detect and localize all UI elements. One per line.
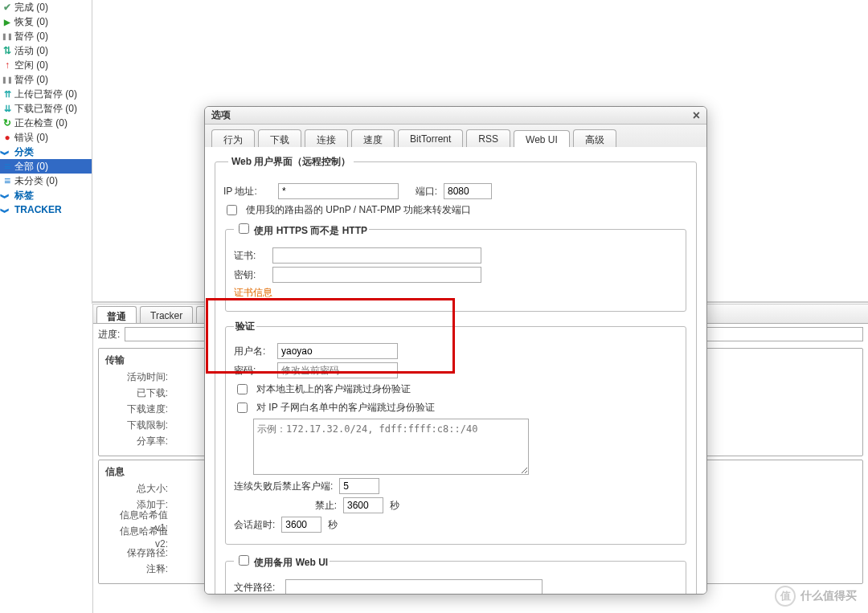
auth-legend: 验证: [234, 320, 256, 333]
skip-local-checkbox[interactable]: [237, 384, 248, 394]
https-checkbox[interactable]: [239, 223, 249, 234]
upnp-label: 使用我的路由器的 UPnP / NAT-PMP 功能来转发端口: [246, 203, 471, 217]
tracker-header[interactable]: ❱TRACKER: [0, 202, 92, 217]
pause-icon: [2, 31, 13, 42]
progress-label: 进度:: [98, 328, 120, 341]
dialog-title: 选项: [211, 108, 231, 122]
tab-general[interactable]: 普通: [96, 306, 137, 323]
cert-info-link[interactable]: 证书信息: [234, 286, 272, 300]
play-icon: [2, 16, 13, 27]
filter-idle[interactable]: 空闲 (0): [0, 58, 92, 72]
skip-subnet-checkbox[interactable]: [237, 403, 248, 413]
category-uncategorized[interactable]: 未分类 (0): [0, 174, 92, 188]
port-label: 端口:: [405, 185, 437, 198]
check-icon: [2, 2, 13, 13]
category-header[interactable]: ❱分类: [0, 145, 92, 159]
password-input[interactable]: [277, 362, 398, 378]
https-legend: 使用 HTTPS 而不是 HTTP: [234, 221, 369, 238]
ip-input[interactable]: [278, 183, 399, 199]
filter-pause2[interactable]: 暂停 (0): [0, 72, 92, 87]
username-input[interactable]: [277, 343, 398, 359]
list-icon: [2, 175, 13, 186]
ip-label: IP 地址:: [223, 185, 272, 198]
filter-down-paused[interactable]: 下载已暂停 (0): [0, 101, 92, 116]
filter-active[interactable]: 活动 (0): [0, 43, 92, 58]
up-paused-icon: [2, 88, 13, 100]
https-fieldset: 使用 HTTPS 而不是 HTTP 证书: 密钥: 证书信息: [225, 221, 686, 312]
upnp-checkbox[interactable]: [227, 205, 237, 215]
filter-pause[interactable]: 暂停 (0): [0, 29, 92, 43]
refresh-icon: [2, 117, 13, 129]
session-timeout-input[interactable]: [281, 517, 321, 533]
auth-fieldset: 验证 用户名: 密码: 对本地主机上的客户端跳过身份验证 对 IP 子网白名单中…: [225, 320, 686, 545]
chevron-down-icon: ❱: [1, 206, 10, 213]
webui-fieldset: Web 用户界面（远程控制） IP 地址: 端口: 使用我的路由器的 UPnP …: [215, 155, 697, 594]
sidebar: 完成 (0) 恢复 (0) 暂停 (0) 活动 (0) 空闲 (0) 暂停 (0…: [0, 0, 92, 304]
port-input[interactable]: [444, 183, 492, 199]
subnet-textarea[interactable]: [253, 419, 529, 475]
alt-legend: 使用备用 Web UI: [234, 553, 330, 570]
alt-webui-checkbox[interactable]: [239, 555, 249, 566]
updown-icon: [2, 45, 13, 56]
filter-up-paused[interactable]: 上传已暂停 (0): [0, 87, 92, 101]
down-paused-icon: [2, 103, 13, 114]
emptyup-icon: [2, 59, 13, 71]
chevron-down-icon: ❱: [1, 149, 10, 155]
key-input[interactable]: [272, 267, 481, 283]
filter-resume[interactable]: 恢复 (0): [0, 14, 92, 29]
options-dialog: 选项 × 行为 下载 连接 速度 BitTorrent RSS Web UI 高…: [204, 106, 707, 595]
filter-done[interactable]: 完成 (0): [0, 0, 92, 14]
ban-seconds-input[interactable]: [343, 497, 383, 513]
tags-header[interactable]: ❱标签: [0, 188, 92, 202]
category-all[interactable]: 全部 (0): [0, 159, 92, 174]
list-icon: [2, 161, 13, 172]
filter-checking[interactable]: 正在检查 (0): [0, 116, 92, 130]
webui-legend: Web 用户界面（远程控制）: [228, 155, 354, 169]
tab-tracker[interactable]: Tracker: [140, 306, 193, 323]
cert-input[interactable]: [272, 247, 481, 264]
filter-error[interactable]: 错误 (0): [0, 130, 92, 145]
error-icon: [2, 132, 13, 143]
dialog-body[interactable]: Web 用户界面（远程控制） IP 地址: 端口: 使用我的路由器的 UPnP …: [205, 147, 706, 594]
alt-webui-fieldset: 使用备用 Web UI 文件路径:: [225, 553, 686, 594]
pause-icon: [2, 74, 13, 85]
ban-count-input[interactable]: [339, 478, 379, 494]
filepath-input[interactable]: [285, 579, 542, 594]
dialog-titlebar[interactable]: 选项 ×: [205, 107, 706, 125]
chevron-down-icon: ❱: [1, 192, 10, 198]
close-icon[interactable]: ×: [693, 108, 700, 123]
